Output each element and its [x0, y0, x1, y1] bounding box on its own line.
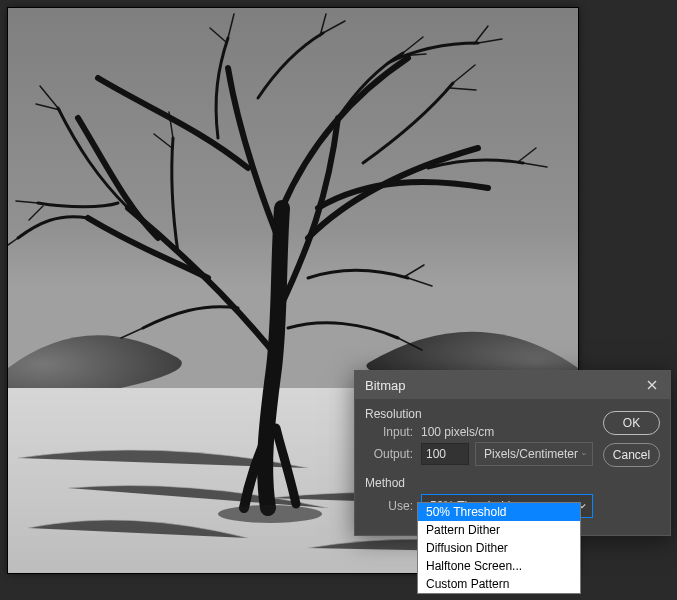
output-input[interactable]	[421, 443, 469, 465]
dialog-titlebar[interactable]: Bitmap	[355, 371, 670, 399]
use-option[interactable]: Halftone Screen...	[418, 557, 580, 575]
units-selected: Pixels/Centimeter	[484, 447, 578, 461]
input-value: 100 pixels/cm	[421, 425, 494, 439]
units-select[interactable]: Pixels/Centimeter	[475, 442, 593, 466]
input-label: Input:	[365, 425, 413, 439]
use-option[interactable]: Diffusion Dither	[418, 539, 580, 557]
use-dropdown-list[interactable]: 50% Threshold Pattern Dither Diffusion D…	[417, 502, 581, 594]
use-option[interactable]: Custom Pattern	[418, 575, 580, 593]
close-icon	[647, 380, 657, 390]
output-label: Output:	[365, 447, 413, 461]
svg-point-2	[218, 505, 322, 523]
close-button[interactable]	[640, 375, 664, 395]
resolution-heading: Resolution	[365, 407, 593, 421]
use-option[interactable]: 50% Threshold	[418, 503, 580, 521]
method-heading: Method	[365, 476, 593, 490]
dialog-title: Bitmap	[365, 378, 640, 393]
use-option[interactable]: Pattern Dither	[418, 521, 580, 539]
chevron-down-icon	[582, 450, 586, 458]
use-label: Use:	[365, 499, 413, 513]
cancel-button[interactable]: Cancel	[603, 443, 660, 467]
ok-button[interactable]: OK	[603, 411, 660, 435]
